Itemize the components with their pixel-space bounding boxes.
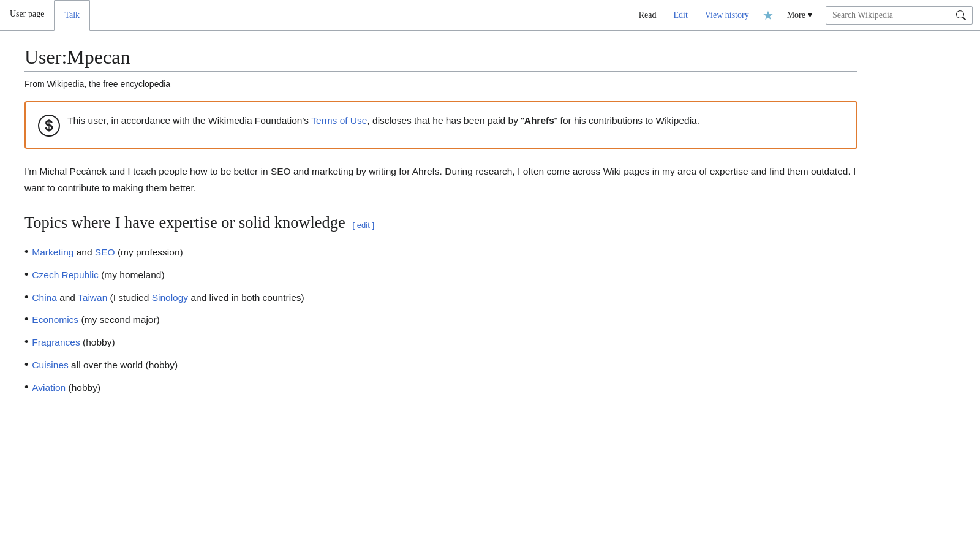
page-content: User:Mpecan From Wikipedia, the free enc… xyxy=(0,31,882,428)
tab-talk[interactable]: Talk xyxy=(54,0,90,31)
dollar-icon: $ xyxy=(38,115,60,137)
paid-disclosure-box: $ This user, in accordance with the Wiki… xyxy=(24,101,858,149)
list-item-content: Marketing and SEO (my profession) xyxy=(32,245,183,260)
bullet-icon: • xyxy=(24,359,28,370)
section-divider xyxy=(24,235,858,235)
bio-text: I'm Michal Pecánek and I teach people ho… xyxy=(24,164,858,196)
topic-link-sinology[interactable]: Sinology xyxy=(152,292,188,303)
topic-link-china[interactable]: China xyxy=(32,292,57,303)
from-wikipedia-text: From Wikipedia, the free encyclopedia xyxy=(24,79,858,89)
topic-link-aviation[interactable]: Aviation xyxy=(32,382,66,393)
page-title: User:Mpecan xyxy=(24,45,858,69)
list-item: • Aviation (hobby) xyxy=(24,380,858,396)
topic-link-seo[interactable]: SEO xyxy=(95,247,115,257)
list-item-content: Economics (my second major) xyxy=(32,312,159,328)
topic-link-taiwan[interactable]: Taiwan xyxy=(78,292,107,303)
list-item: • Cuisines all over the world (hobby) xyxy=(24,358,858,373)
disclosure-text-end: " for his contributions to Wikipedia. xyxy=(554,115,699,126)
disclosure-text-after: , discloses that he has been paid by " xyxy=(367,115,524,126)
search-icon xyxy=(956,10,966,20)
search-input[interactable] xyxy=(826,7,950,24)
list-item-content: Czech Republic (my homeland) xyxy=(32,268,164,283)
list-item: • Czech Republic (my homeland) xyxy=(24,268,858,283)
nav-tabs: User page Talk xyxy=(0,0,90,30)
list-item-content: Aviation (hobby) xyxy=(32,380,100,396)
bullet-icon: • xyxy=(24,382,28,393)
tab-user-page[interactable]: User page xyxy=(0,0,54,30)
topics-list: • Marketing and SEO (my profession) • Cz… xyxy=(24,245,858,396)
topic-link-economics[interactable]: Economics xyxy=(32,314,78,325)
section-title: Topics where I have expertise or solid k… xyxy=(24,213,345,232)
action-view-history[interactable]: View history xyxy=(696,0,758,30)
search-bar xyxy=(826,6,973,25)
list-item: • China and Taiwan (I studied Sinology a… xyxy=(24,290,858,306)
disclosure-text: This user, in accordance with the Wikime… xyxy=(67,113,844,129)
section-edit-link[interactable]: [ edit ] xyxy=(353,221,374,230)
search-button[interactable] xyxy=(950,7,972,24)
page-divider xyxy=(24,71,858,72)
list-item-content: Fragrances (hobby) xyxy=(32,335,115,350)
disclosure-text-before: This user, in accordance with the Wikime… xyxy=(67,115,311,126)
topic-link-fragrances[interactable]: Fragrances xyxy=(32,337,80,347)
action-read[interactable]: Read xyxy=(630,0,665,30)
topic-link-marketing[interactable]: Marketing xyxy=(32,247,74,257)
company-name: Ahrefs xyxy=(524,115,554,126)
chevron-down-icon: ▾ xyxy=(808,10,812,20)
bullet-icon: • xyxy=(24,314,28,325)
topic-link-cuisines[interactable]: Cuisines xyxy=(32,360,68,370)
bullet-icon: • xyxy=(24,292,28,303)
list-item: • Marketing and SEO (my profession) xyxy=(24,245,858,260)
bullet-icon: • xyxy=(24,336,28,347)
more-menu-button[interactable]: More ▾ xyxy=(778,10,821,20)
star-icon[interactable]: ★ xyxy=(758,8,778,23)
more-label: More xyxy=(787,10,805,20)
list-item-content: Cuisines all over the world (hobby) xyxy=(32,358,178,373)
terms-of-use-link[interactable]: Terms of Use xyxy=(311,115,367,126)
list-item: • Fragrances (hobby) xyxy=(24,335,858,350)
list-item-content: China and Taiwan (I studied Sinology and… xyxy=(32,290,304,306)
list-item: • Economics (my second major) xyxy=(24,312,858,328)
bullet-icon: • xyxy=(24,269,28,280)
nav-actions: Read Edit View history ★ More ▾ xyxy=(630,0,980,30)
section-heading: Topics where I have expertise or solid k… xyxy=(24,213,858,232)
bullet-icon: • xyxy=(24,246,28,257)
topic-link-czech-republic[interactable]: Czech Republic xyxy=(32,270,99,280)
top-navigation: User page Talk Read Edit View history ★ … xyxy=(0,0,980,31)
action-edit[interactable]: Edit xyxy=(665,0,696,30)
